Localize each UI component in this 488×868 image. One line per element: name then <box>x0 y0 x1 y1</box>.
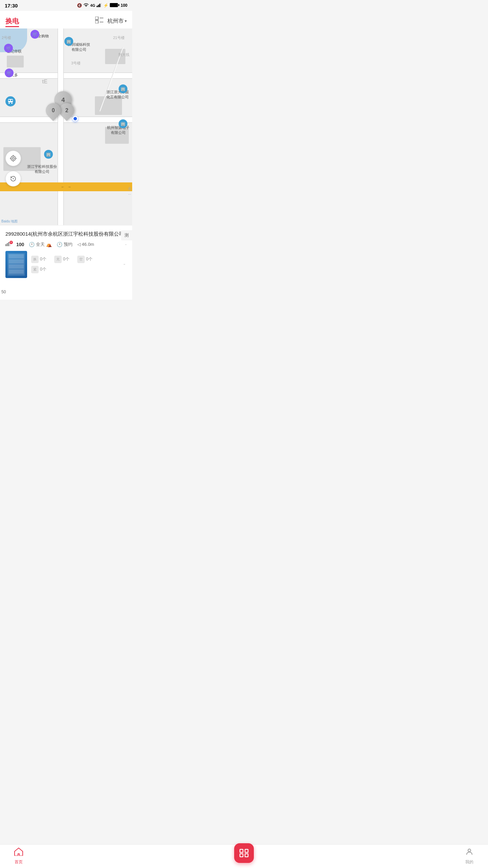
reserve-chip: 🕐 预约 <box>57 241 73 248</box>
status-time: 17:30 <box>5 3 18 8</box>
poi-icon-yusong: 🏢 <box>44 150 53 159</box>
svg-rect-12 <box>11 103 13 104</box>
svg-rect-5 <box>118 4 119 6</box>
svg-rect-24 <box>8 242 9 246</box>
svg-point-21 <box>13 178 14 179</box>
status-bar: 17:30 🔇 4G ⚡ <box>0 0 132 11</box>
grid-list-icon[interactable] <box>95 17 103 25</box>
road-yellow: ← → <box>0 182 132 191</box>
svg-rect-2 <box>99 4 100 7</box>
pin-label-0: 0 <box>52 107 55 114</box>
station-info-row: ✕ 100 🕐 全天 ⛺ 🕐 预约 ◁ 46.0m - <box>5 241 127 248</box>
battery-level: 100 <box>121 3 127 8</box>
4g-icon: 4G <box>90 3 95 7</box>
slot-icon-chong: 充 <box>54 256 62 263</box>
hours-chip: 🕐 全天 ⛺ <box>29 241 52 248</box>
poi-icon-hangzhou: 🏢 <box>119 119 127 128</box>
svg-rect-23 <box>7 243 8 246</box>
slot-icon-jin: 紧 <box>31 266 39 273</box>
mute-icon: 🔇 <box>77 3 82 8</box>
ce-button[interactable]: 测 <box>121 230 132 240</box>
poi-pinquan[interactable]: 🛒 <box>30 30 39 39</box>
svg-point-16 <box>11 156 16 161</box>
battery-icon <box>110 3 119 8</box>
svg-rect-3 <box>101 3 102 7</box>
station-image <box>5 251 27 278</box>
poi-hangzhou[interactable]: 🏢 <box>119 119 127 128</box>
divider: - <box>125 241 127 248</box>
poi-icon-pinquan: 🛒 <box>30 30 39 39</box>
svg-rect-14 <box>11 100 13 101</box>
distance-value: 46.0m <box>82 242 94 247</box>
poi-shenzhen[interactable]: 🏢 <box>64 37 73 46</box>
slot-count-huan: 0个 <box>40 256 46 262</box>
city-selector[interactable]: 杭州市 ▾ <box>107 18 127 25</box>
baidu-watermark: Baidu 地图 <box>1 219 18 224</box>
station-title: 299280014(杭州市余杭区浙江宇松科技股份有限公司) <box>5 230 127 238</box>
bus-stop-icon[interactable] <box>5 96 16 106</box>
poi-yusong[interactable]: 🏢 <box>44 150 53 159</box>
signal-icon <box>97 3 102 8</box>
poi-icon-shenzhen: 🏢 <box>64 37 73 46</box>
header-right: 杭州市 ▾ <box>95 17 127 25</box>
label-jingdaxian: 荆大线 <box>118 52 129 57</box>
slot-icon-kong: 空 <box>77 256 85 263</box>
poi-icon-haoyouduo: 🛒 <box>5 68 14 77</box>
refresh-button[interactable] <box>5 171 21 186</box>
locate-button[interactable] <box>5 151 21 166</box>
svg-rect-22 <box>5 244 6 246</box>
pin-2[interactable]: 2 <box>59 103 74 119</box>
battery-slot-jin: 紧 0个 <box>31 266 52 273</box>
signal-x-badge: ✕ <box>9 241 13 244</box>
pin-label-4: 4 <box>61 97 65 104</box>
poi-icon-zhejiang: 🏢 <box>119 84 127 93</box>
user-location-dot <box>73 116 78 121</box>
header: 换电 杭州市 ▾ <box>0 11 132 28</box>
svg-point-15 <box>12 157 14 159</box>
label-yong: 永... <box>128 186 131 195</box>
pin-0[interactable]: 0 <box>46 103 61 119</box>
label-building-2: 2号楼 <box>2 35 11 40</box>
slot-count-chong: 0个 <box>63 256 69 262</box>
signal-value: 100 <box>16 242 24 247</box>
clock-icon: 🕐 <box>29 242 35 247</box>
navigation-icon: ◁ <box>77 242 81 247</box>
svg-rect-13 <box>8 100 10 101</box>
poi-haoyouduo[interactable]: 🛒 <box>5 68 14 77</box>
svg-rect-1 <box>98 5 99 7</box>
svg-rect-4 <box>110 3 118 7</box>
battery-slots: 换 0个 充 0个 空 0个 紧 0个 <box>31 256 119 273</box>
svg-rect-0 <box>97 6 98 7</box>
slot-count-kong: 0个 <box>86 256 93 262</box>
wifi-icon <box>83 3 89 8</box>
station-card: 测 299280014(杭州市余杭区浙江宇松科技股份有限公司) ✕ 100 🕐 … <box>0 225 132 300</box>
reserve-label: 预约 <box>64 241 73 248</box>
status-icons: 🔇 4G ⚡ 10 <box>77 3 127 8</box>
map-container[interactable]: ← → 品全购物 世纪华联 好又多 深圳城铄科技有限公司 浙江浙大方圆化工有限公… <box>0 28 132 225</box>
slot-icon-huan: 换 <box>31 256 39 263</box>
label-building-21: 21号楼 <box>113 35 125 40</box>
poi-shiji[interactable]: 🛒 <box>4 44 13 53</box>
label-building-3: 3号楼 <box>71 61 81 66</box>
svg-rect-7 <box>95 20 98 23</box>
chevron-down-icon: ▾ <box>125 19 127 23</box>
station-content: 50 换 0个 充 0个 空 0个 <box>5 251 127 278</box>
label-yusong: 浙江宇松科技股份有限公司 <box>27 164 57 174</box>
card-dash: - <box>123 261 125 268</box>
edge-number: 50 <box>0 289 7 295</box>
map-te-label: tE <box>42 79 47 85</box>
slot-count-jin: 0个 <box>40 267 46 272</box>
reserve-clock-icon: 🕐 <box>57 242 62 247</box>
poi-zhejiang[interactable]: 🏢 <box>119 84 127 93</box>
battery-slot-kong: 空 0个 <box>77 256 98 263</box>
road-v1 <box>58 28 64 225</box>
camp-icon: ⛺ <box>46 242 52 247</box>
charging-icon: ⚡ <box>103 3 108 8</box>
battery-slot-huan: 换 0个 <box>31 256 52 263</box>
svg-rect-11 <box>8 103 10 104</box>
poi-icon-shiji: 🛒 <box>4 44 13 53</box>
building-block-1 <box>7 56 24 67</box>
pin-label-2: 2 <box>65 107 68 114</box>
signal-status: ✕ <box>5 241 12 247</box>
open-hours: 全天 <box>36 241 45 248</box>
